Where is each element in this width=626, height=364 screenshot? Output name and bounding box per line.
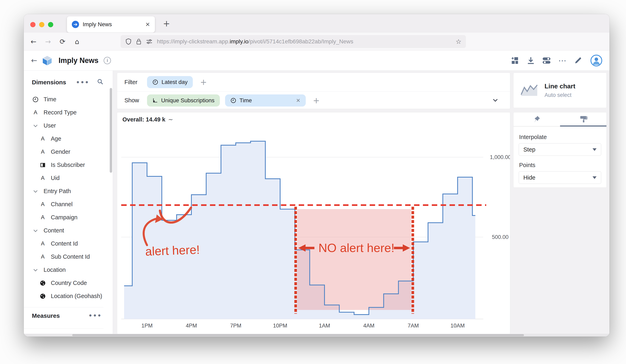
sidebar-item-entry-path[interactable]: Entry Path	[32, 185, 113, 198]
sidebar-item-gender[interactable]: AGender	[32, 145, 113, 158]
window-zoom-button[interactable]	[48, 22, 53, 27]
svg-text:7AM: 7AM	[408, 323, 419, 329]
permissions-icon[interactable]	[146, 38, 153, 45]
show-pill-unique-subscriptions[interactable]: Unique Subscriptions	[147, 94, 220, 107]
sidebar-scrollbar[interactable]	[110, 88, 112, 173]
add-show-button[interactable]: +	[313, 96, 320, 105]
show-pill-time[interactable]: Time ✕	[225, 94, 306, 107]
sidebar-item-channel[interactable]: AChannel	[32, 198, 113, 211]
measures-more-icon[interactable]: •••	[88, 312, 102, 319]
sidebar-item-campaign[interactable]: ACampaign	[32, 211, 113, 224]
svg-text:4PM: 4PM	[186, 323, 197, 329]
forward-button[interactable]: →	[42, 33, 54, 50]
x-axis-ticks: 1PM4PM7PM10PM1AM4AM7AM10AM	[141, 323, 465, 329]
line-chart[interactable]: 1PM4PM7PM10PM1AM4AM7AM10AM 1,000.00 500.…	[117, 112, 510, 334]
settings-toggles-icon[interactable]	[541, 55, 552, 66]
filter-pill-latest-day[interactable]: Latest day	[147, 76, 193, 88]
imply-logo	[42, 55, 52, 66]
url-bar[interactable]: https://imply-clickstream.app.imply.io/p…	[120, 35, 466, 48]
chart-panel[interactable]: Overall: 14.49 k~ 1PM4PM7PM10PM1AM4AM7AM…	[117, 112, 510, 334]
window-close-button[interactable]	[30, 22, 36, 27]
sidebar-item-age[interactable]: AAge	[32, 132, 113, 145]
browser-tab[interactable]: ➔ Imply News ✕	[67, 16, 155, 33]
sidebar-item-location[interactable]: Location	[32, 263, 113, 277]
points-label: Points	[519, 162, 601, 168]
chart-type-title: Line chart	[545, 82, 575, 90]
sidebar-item-content[interactable]: Content	[32, 224, 113, 237]
sidebar-item-is-subscriber[interactable]: Is Subscriber	[32, 158, 113, 171]
sidebar-item-time[interactable]: Time	[32, 93, 113, 106]
remove-pill-icon[interactable]: ✕	[296, 97, 301, 104]
window-minimize-button[interactable]	[39, 22, 44, 27]
search-icon[interactable]	[97, 79, 103, 86]
reload-button[interactable]: ⟳	[56, 33, 69, 50]
url-text[interactable]: https://imply-clickstream.app.imply.io/p…	[157, 38, 452, 45]
svg-text:10PM: 10PM	[273, 323, 287, 329]
chevron-icon	[32, 267, 39, 273]
abc-icon: A	[32, 109, 39, 116]
sidebar-item-label: Is Subscriber	[51, 162, 85, 168]
bookmark-star-icon[interactable]: ☆	[456, 38, 462, 45]
options-tabs	[513, 112, 606, 126]
svg-text:1PM: 1PM	[141, 323, 153, 329]
edit-pencil-icon[interactable]	[573, 55, 583, 66]
sidebar-item-uid[interactable]: AUid	[32, 171, 113, 185]
abc-icon: A	[39, 149, 46, 155]
more-options-icon[interactable]: ⋯	[557, 55, 568, 66]
abc-icon: A	[39, 214, 46, 221]
sidebar-item-label: Channel	[51, 201, 73, 208]
lock-icon[interactable]	[136, 38, 142, 45]
tracking-protection-shield-icon[interactable]	[125, 38, 132, 45]
tab-format[interactable]	[560, 112, 607, 126]
tab-pin[interactable]	[513, 112, 560, 126]
sidebar-item-sub-content-id[interactable]: ASub Content Id	[32, 250, 113, 263]
add-tile-icon[interactable]	[510, 55, 520, 66]
sidebar-item-label: Gender	[51, 149, 70, 155]
expand-chevron-icon[interactable]	[492, 97, 499, 104]
sidebar-item-label: Location	[43, 267, 66, 273]
chevron-down-icon	[592, 176, 596, 179]
sidebar-item-label: Record Type	[43, 109, 77, 116]
app-back-button[interactable]: ←	[31, 56, 37, 65]
svg-text:10AM: 10AM	[451, 323, 465, 329]
dimensions-header: Dimensions •••	[32, 78, 113, 87]
measures-header[interactable]: Measures •••	[24, 307, 103, 324]
download-icon[interactable]	[526, 55, 536, 66]
no-alert-region	[297, 209, 411, 310]
info-icon[interactable]: i	[104, 57, 111, 64]
horizontal-scrollbar[interactable]	[24, 334, 609, 337]
chart-type-card[interactable]: Line chart Auto select	[513, 73, 607, 108]
new-tab-button[interactable]: +	[163, 19, 170, 29]
clock-icon	[230, 97, 236, 104]
avatar[interactable]	[590, 55, 602, 66]
show-row: Show Unique Subscriptions Time ✕ +	[117, 91, 510, 109]
chart-options-card: Interpolate Step Points Hide	[513, 112, 607, 188]
filter-show-panel: Filter Latest day + Show Unique Subscrip…	[117, 73, 510, 109]
tab-strip: ➔ Imply News ✕ +	[24, 14, 609, 33]
abc-icon: A	[39, 136, 46, 142]
chevron-down-icon	[592, 148, 596, 151]
sidebar-item-content-id[interactable]: AContent Id	[32, 237, 113, 250]
y-tick-500: 500.00	[492, 234, 509, 240]
clock-icon	[32, 96, 39, 103]
dimensions-more-icon[interactable]: •••	[76, 79, 89, 86]
browser-toolbar: ← → ⟳ ⌂ https://imply-clickstream.app.im…	[24, 33, 609, 50]
sidebar-item-label: Sub Content Id	[51, 253, 90, 260]
home-button[interactable]: ⌂	[71, 33, 83, 50]
chart-type-mode: Auto select	[545, 92, 575, 98]
sidebar-item-user[interactable]: User	[32, 119, 113, 132]
sidebar-item-country-code[interactable]: Country Code	[32, 277, 113, 289]
sidebar-item-record-type[interactable]: ARecord Type	[32, 106, 113, 119]
filter-row: Filter Latest day +	[117, 73, 510, 91]
sidebar-item-location-geohash-[interactable]: Location (Geohash)	[32, 289, 113, 303]
dimensions-title: Dimensions	[32, 79, 66, 86]
filter-label: Filter	[124, 79, 147, 85]
add-filter-button[interactable]: +	[200, 78, 207, 87]
sidebar-item-label: Campaign	[51, 214, 78, 221]
tab-close-icon[interactable]: ✕	[145, 21, 150, 28]
app-header: ← Imply News i ⋯	[24, 50, 609, 71]
interpolate-select[interactable]: Step	[519, 143, 601, 156]
main-area: Filter Latest day + Show Unique Subscrip…	[117, 71, 510, 334]
back-button[interactable]: ←	[27, 33, 39, 50]
points-select[interactable]: Hide	[519, 171, 601, 184]
